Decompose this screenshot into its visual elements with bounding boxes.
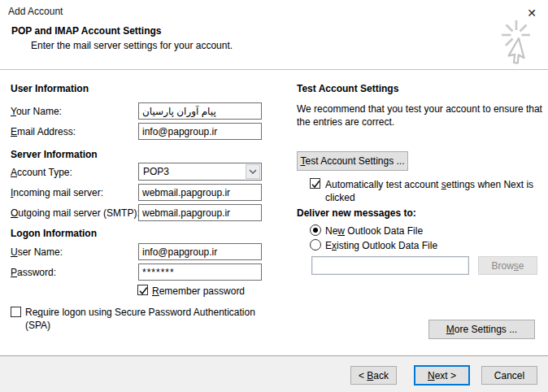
new-account-cursor-icon	[494, 20, 543, 73]
existing-data-file-radio[interactable]	[310, 239, 321, 250]
remember-password-checkbox[interactable]	[137, 285, 148, 295]
page-title: POP and IMAP Account Settings	[11, 25, 161, 37]
outgoing-server-input[interactable]	[138, 204, 262, 221]
window-title: Add Account	[8, 6, 63, 17]
add-account-dialog: Add Account ✕ POP and IMAP Account Setti…	[0, 0, 548, 392]
chevron-down-icon[interactable]	[246, 164, 260, 179]
deliver-heading: Deliver new messages to:	[297, 207, 416, 219]
browse-button[interactable]: Browse	[478, 256, 537, 275]
section-logon-information: Logon Information	[11, 228, 97, 239]
check-icon	[311, 179, 321, 189]
auto-test-label[interactable]: Automatically test account settings when…	[325, 178, 541, 204]
outgoing-server-label: Outgoing mail server (SMTP):	[11, 207, 140, 219]
new-data-file-radio[interactable]	[310, 224, 321, 236]
check-icon	[138, 285, 149, 296]
section-test-account-settings: Test Account Settings	[297, 83, 398, 94]
your-name-label: Your Name:	[11, 106, 62, 117]
password-label: Password:	[11, 267, 56, 278]
incoming-server-input[interactable]	[138, 184, 262, 201]
spa-label[interactable]: Require logon using Secure Password Auth…	[25, 306, 271, 332]
email-address-input[interactable]	[138, 123, 262, 140]
your-name-input[interactable]	[138, 102, 262, 120]
new-data-file-label[interactable]: New Outlook Data File	[325, 225, 423, 237]
account-type-value: POP3	[143, 166, 169, 177]
account-type-select[interactable]: POP3	[138, 163, 262, 181]
page-subtitle: Enter the mail server settings for your …	[31, 40, 233, 51]
section-user-information: User Information	[11, 83, 89, 94]
next-button[interactable]: Next >	[414, 365, 470, 385]
cancel-button[interactable]: Cancel	[481, 366, 537, 385]
test-account-description: We recommend that you test your account …	[297, 102, 548, 128]
remember-password-label[interactable]: Remember password	[152, 285, 245, 297]
header-divider	[0, 69, 548, 70]
test-account-settings-button[interactable]: Test Account Settings ...	[297, 151, 408, 171]
more-settings-button[interactable]: More Settings ...	[428, 320, 535, 339]
user-name-label: User Name:	[11, 246, 63, 258]
account-type-label: Account Type:	[11, 167, 72, 178]
spa-checkbox[interactable]	[11, 307, 21, 317]
email-address-label: Email Address:	[11, 126, 76, 137]
existing-data-file-label[interactable]: Existing Outlook Data File	[325, 240, 437, 251]
auto-test-checkbox[interactable]	[310, 178, 320, 189]
password-input[interactable]	[138, 264, 262, 281]
back-button[interactable]: < Back	[350, 366, 397, 385]
close-icon: ✕	[527, 7, 537, 20]
incoming-server-label: Incoming mail server:	[11, 187, 103, 198]
section-server-information: Server Information	[11, 149, 98, 160]
user-name-input[interactable]	[138, 243, 262, 260]
existing-data-file-path-input[interactable]	[311, 256, 469, 275]
